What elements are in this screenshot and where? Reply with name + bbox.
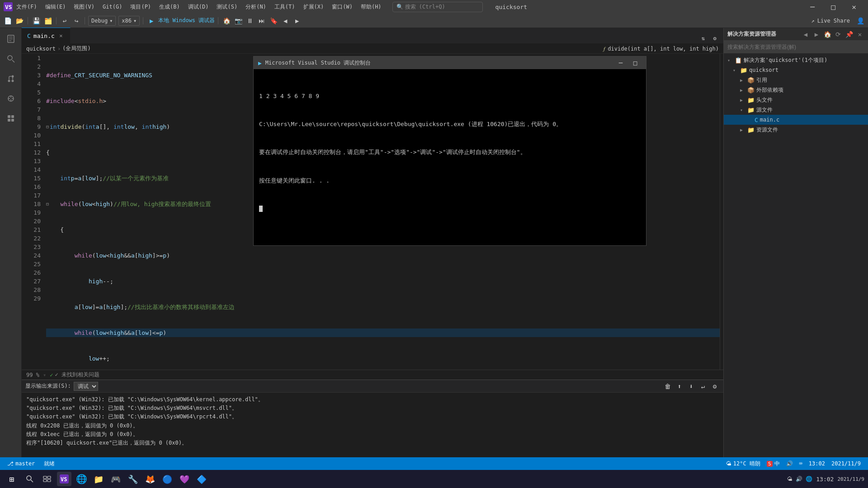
status-remote[interactable]: ⎇ master [5,457,38,470]
status-ready[interactable]: 就绪 [41,457,57,470]
breadcrumb-func[interactable]: divide(int a[], int low, int high) [608,46,719,52]
search-taskbar-button[interactable] [23,472,37,486]
console-minimize-button[interactable]: ─ [614,58,627,67]
tree-project[interactable]: ▾ 📁 quicksort [724,65,868,75]
menu-debug[interactable]: 调试(D) [184,2,212,12]
se-pin-button[interactable]: 📌 [844,30,854,39]
tree-headers[interactable]: ▶ 📁 头文件 [724,95,868,105]
explorer-search-input[interactable] [727,44,864,50]
next-bookmark-button[interactable]: ▶ [292,16,302,26]
minimize-button[interactable]: ─ [802,0,823,14]
menu-project[interactable]: 项目(P) [127,2,155,12]
panel-content[interactable]: "quicksort.exe" (Win32): 已加载 "C:\Windows… [22,393,723,460]
split-editor-button[interactable]: ⇅ [698,33,708,43]
new-project-button[interactable]: 📄 [3,16,13,26]
status-date[interactable]: 2021/11/9 [829,460,863,467]
step-over-button[interactable]: ⏭ [257,16,267,26]
menu-window[interactable]: 窗口(W) [328,2,356,12]
taskbar-files-icon[interactable]: 📁 [91,472,106,486]
se-nav-sync[interactable]: ⟳ [834,30,843,39]
menu-view[interactable]: 视图(V) [70,2,98,12]
search-box[interactable]: 🔍 搜索 (Ctrl+Q) [392,2,483,12]
taskbar-app4-icon[interactable]: 💜 [177,472,192,486]
breadcrumb-file[interactable]: (全局范围) [62,45,90,52]
taskbar-vs-icon[interactable]: VS [57,472,71,486]
debug-mode-dropdown[interactable]: Debug ▾ [88,16,116,26]
screenshot-button[interactable]: 📷 [233,16,243,26]
activity-extensions[interactable] [2,109,20,127]
taskbar-app1-icon[interactable]: 🎮 [108,472,123,486]
breakpoint-button[interactable]: ⏸ [245,16,255,26]
open-button[interactable]: 📂 [14,16,24,26]
undo-button[interactable]: ↩ [60,16,70,26]
tree-sources[interactable]: ▾ 📁 源文件 [724,105,868,115]
panel-settings-button[interactable]: ⚙ [710,381,720,391]
tab-close-button[interactable]: ✕ [57,33,65,39]
menu-git[interactable]: Git(G) [99,3,126,11]
editor-settings-button[interactable]: ⚙ [710,33,720,43]
output-source-select[interactable]: 调试 [74,382,98,391]
menu-tools[interactable]: 工具(T) [271,2,299,12]
fold-icon-6[interactable]: ⊟ [46,200,49,208]
se-close-button[interactable]: ✕ [855,30,864,39]
separator4 [143,17,143,24]
zoom-dropdown[interactable]: ▾ [43,372,46,378]
tree-resources[interactable]: ▶ 📁 资源文件 [724,125,868,135]
menu-extensions[interactable]: 扩展(X) [300,2,328,12]
activity-explorer[interactable] [2,30,20,48]
panel-wrap-button[interactable]: ↵ [698,381,708,391]
save-all-button[interactable]: 🗂️ [43,16,53,26]
explorer-search[interactable] [724,41,868,53]
status-keyboard[interactable]: ⌨ [797,460,805,467]
maximize-button[interactable]: □ [823,0,844,14]
start-button[interactable]: ⊞ [4,471,20,487]
taskbar-chrome-icon[interactable]: 🔵 [160,472,175,486]
run-button[interactable]: ▶ [146,16,156,26]
tab-main-c[interactable]: C main.c ✕ [22,28,71,43]
start-page-button[interactable]: 🏠 [222,16,231,26]
panel-scroll-top-button[interactable]: ⬆ [675,381,684,391]
menu-build[interactable]: 生成(B) [156,2,184,12]
activity-debug[interactable] [2,89,20,108]
tree-external-deps[interactable]: ▶ 📦 外部依赖项 [724,85,868,95]
live-share-button[interactable]: ↗ Live Share [808,17,854,25]
menu-edit[interactable]: 编辑(E) [42,2,70,12]
taskbar-app3-icon[interactable]: 🦊 [143,472,157,486]
se-nav-back[interactable]: ◀ [801,30,810,39]
tree-main-c[interactable]: C main.c [724,115,868,125]
console-maximize-button[interactable]: □ [629,58,642,67]
bookmark-button[interactable]: 🔖 [269,16,278,26]
taskbar-app5-icon[interactable]: 🔷 [194,472,209,486]
task-view-button[interactable] [40,472,54,486]
tree-arrow-external: ▶ [740,88,745,93]
fold-icon-3[interactable]: ⊟ [46,122,49,131]
arch-dropdown[interactable]: x86 ▾ [118,16,140,26]
status-volume[interactable]: 🔊 [783,460,796,467]
panel-scroll-bottom-button[interactable]: ⬇ [686,381,696,391]
tree-references[interactable]: ▶ 📦 引用 [724,75,868,85]
run-label[interactable]: 本地 Windows 调试器 [158,17,215,24]
tree-solution[interactable]: ▾ 📋 解决方案'quicksort'(1个项目) [724,55,868,65]
menu-analyze[interactable]: 分析(N) [242,2,270,12]
redo-button[interactable]: ↪ [71,16,81,26]
activity-search[interactable] [2,50,20,68]
menu-help[interactable]: 帮助(H) [357,2,385,12]
taskbar-edge-icon[interactable]: 🌐 [74,472,89,486]
status-temp[interactable]: 🌤 12°C 晴朗 [723,460,763,468]
se-nav-home[interactable]: 🏠 [823,30,832,39]
close-button[interactable]: ✕ [844,0,864,14]
prev-bookmark-button[interactable]: ◀ [280,16,290,26]
panel-clear-button[interactable]: 🗑 [663,381,673,391]
zoom-level[interactable]: 99 % [26,372,39,378]
status-input-method[interactable]: S 中 [764,460,783,468]
profile-button[interactable]: 👤 [855,16,865,26]
status-time[interactable]: 13:02 [806,460,828,467]
menu-test[interactable]: 测试(S) [213,2,241,12]
se-nav-forward[interactable]: ▶ [812,30,821,39]
taskbar-app2-icon[interactable]: 🔧 [126,472,140,486]
menu-file[interactable]: 文件(F) [13,2,41,12]
breadcrumb-project[interactable]: quicksort [26,46,56,52]
activity-git[interactable] [2,70,20,88]
save-button[interactable]: 💾 [31,16,41,26]
svg-line-23 [31,480,33,482]
